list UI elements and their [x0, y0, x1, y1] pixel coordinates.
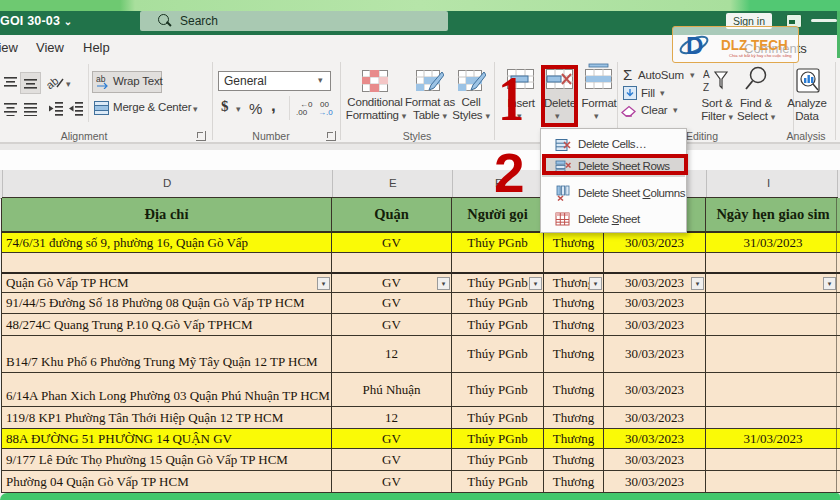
svg-text:D: D [686, 32, 703, 59]
svg-text:→.0: →.0 [318, 108, 333, 117]
svg-text:.00: .00 [296, 108, 308, 117]
svg-text:Chia sẻ bắt kỳ hay cho cuộc số: Chia sẻ bắt kỳ hay cho cuộc sống [729, 53, 792, 58]
svg-text:A: A [703, 69, 710, 80]
svg-text:Z: Z [703, 82, 709, 93]
svg-text:ab: ab [96, 74, 106, 84]
svg-text:ab: ab [47, 74, 61, 90]
svg-text:DLZ TECH: DLZ TECH [721, 37, 788, 53]
